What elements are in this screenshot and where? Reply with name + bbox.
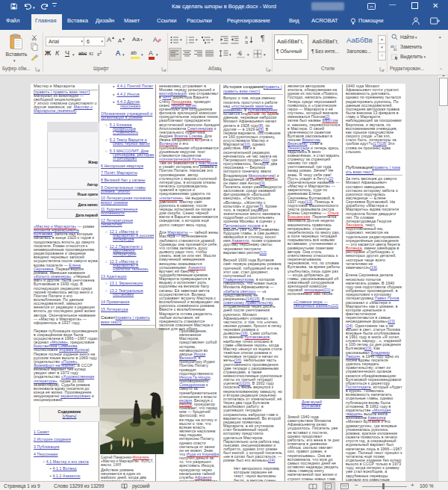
svg-text:Я: Я (245, 40, 248, 45)
svg-text:ac: ac (393, 48, 398, 51)
svg-text:А: А (245, 35, 248, 40)
svg-text:3: 3 (186, 42, 187, 44)
